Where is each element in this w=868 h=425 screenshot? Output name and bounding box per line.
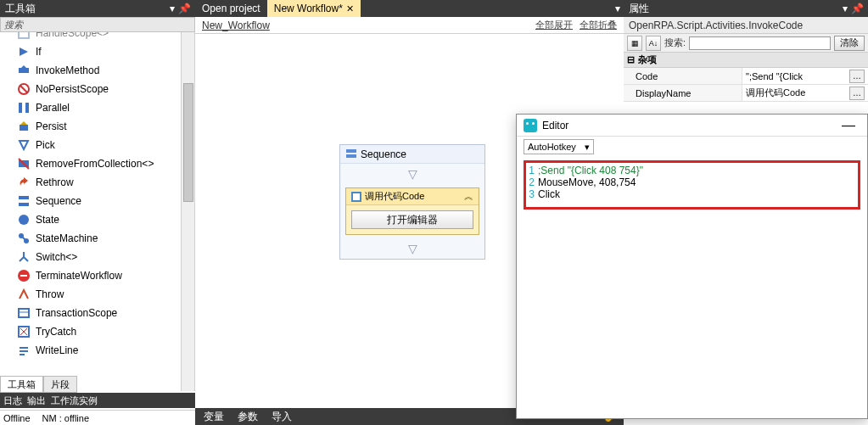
logs-tab-output[interactable]: 输出	[27, 394, 46, 407]
properties-title-bar: 属性 ▾ 📌	[624, 0, 868, 17]
toolbox-item-label: Parallel	[36, 102, 70, 114]
left-bottom-tabs: 工具箱 片段	[0, 376, 195, 393]
code-text: MouseMove, 408,754	[538, 176, 636, 188]
language-combo[interactable]: AutoHotkey ▾	[524, 139, 594, 154]
footer-arguments[interactable]: 参数	[238, 410, 258, 424]
categorize-icon[interactable]: ▦	[627, 36, 642, 51]
breadcrumb[interactable]: New_Workflow	[202, 20, 270, 31]
property-name: Code	[624, 68, 742, 84]
tabs-overflow-icon[interactable]: ▾	[615, 3, 624, 14]
invoke-code-header[interactable]: 调用代码Code ︽	[346, 188, 479, 205]
toolbox-item[interactable]: State	[0, 210, 194, 229]
status-nm: NM : offline	[42, 413, 89, 423]
drop-target-top[interactable]: ▽	[340, 164, 484, 184]
toolbox-item-label: State	[36, 214, 59, 226]
toolbox-item[interactable]: Switch<>	[0, 248, 194, 266]
property-ellipsis-button[interactable]: …	[849, 70, 865, 83]
tab-close-icon[interactable]: ✕	[346, 3, 354, 14]
collapse-all-link[interactable]: 全部折叠	[580, 19, 617, 31]
category-collapse-icon[interactable]: ⊟	[627, 54, 635, 65]
properties-clear-button[interactable]: 清除	[834, 36, 865, 51]
status-offline: Offline	[3, 413, 31, 423]
svg-rect-6	[20, 125, 28, 131]
tab-open-project[interactable]: Open project	[195, 0, 267, 17]
footer-variables[interactable]: 变量	[204, 410, 224, 424]
toolbox-item[interactable]: Sequence	[0, 192, 194, 210]
toolbox-item[interactable]: WriteLine	[0, 341, 194, 360]
toolbox-item[interactable]: NoPersistScope	[0, 80, 194, 98]
property-row[interactable]: Code";Send "{Click…	[624, 68, 868, 85]
tab-snippets[interactable]: 片段	[43, 376, 77, 393]
toolbox-item[interactable]: TransactionScope	[0, 304, 194, 322]
toolbox-item[interactable]: TerminateWorkflow	[0, 266, 194, 285]
svg-rect-20	[20, 347, 28, 349]
toolbox-search-row[interactable]: 搜索	[0, 17, 195, 32]
properties-search-input[interactable]	[689, 36, 831, 50]
toolbox-item[interactable]: RemoveFromCollection<>	[0, 154, 194, 173]
code-editor-window[interactable]: Editor — AutoHotkey ▾ 1;Send "{Click 408…	[516, 114, 868, 419]
activity-icon	[17, 32, 31, 40]
svg-rect-21	[20, 350, 28, 352]
svg-line-3	[20, 86, 27, 92]
toolbox-item[interactable]: HandleScope<>	[0, 32, 194, 42]
property-ellipsis-button[interactable]: …	[849, 87, 865, 100]
property-row[interactable]: DisplayName调用代码Code…	[624, 85, 868, 102]
svg-rect-17	[19, 309, 29, 317]
expand-all-link[interactable]: 全部展开	[535, 19, 573, 31]
editor-title: Editor	[542, 120, 837, 131]
toolbox-scrollbar[interactable]	[181, 32, 194, 391]
toolbox-item[interactable]: TryCatch	[0, 322, 194, 341]
property-value[interactable]: 调用代码Code…	[742, 85, 868, 101]
sequence-activity[interactable]: Sequence ▽ 调用代码Code ︽ 打开编辑器 ▽	[339, 144, 485, 260]
toolbox-item-label: StateMachine	[36, 232, 98, 244]
activity-icon	[17, 45, 31, 59]
properties-category-row[interactable]: ⊟ 杂项	[624, 53, 868, 68]
toolbox-item[interactable]: Throw	[0, 285, 194, 304]
footer-imports[interactable]: 导入	[272, 410, 292, 424]
editor-titlebar[interactable]: Editor —	[517, 115, 867, 137]
collapse-icon[interactable]: ︽	[464, 190, 473, 203]
toolbox-item[interactable]: If	[0, 42, 194, 61]
tab-new-workflow[interactable]: New Workflow* ✕	[267, 0, 361, 17]
sequence-header[interactable]: Sequence	[340, 145, 484, 164]
toolbox-item[interactable]: Rethrow	[0, 173, 194, 192]
toolbox-menu-icon[interactable]: ▾	[166, 3, 178, 14]
editor-toolbar: AutoHotkey ▾	[517, 137, 867, 157]
tab-open-project-label: Open project	[202, 3, 260, 14]
document-tabs: Open project New Workflow* ✕ ▾	[195, 0, 624, 17]
svg-rect-16	[20, 275, 27, 277]
properties-menu-icon[interactable]: ▾	[839, 3, 851, 14]
code-line[interactable]: 3Click	[526, 188, 858, 200]
drop-target-bottom[interactable]: ▽	[340, 238, 484, 259]
pin-icon[interactable]: 📌	[178, 3, 190, 14]
properties-pin-icon[interactable]: 📌	[851, 3, 863, 14]
properties-title: 属性	[629, 2, 649, 16]
activity-icon	[17, 306, 31, 320]
toolbox-scroll-thumb[interactable]	[183, 83, 193, 202]
invoke-code-activity[interactable]: 调用代码Code ︽ 打开编辑器	[345, 187, 479, 235]
sort-az-icon[interactable]: A↓	[646, 36, 661, 51]
activity-icon	[17, 250, 31, 264]
activity-icon	[17, 194, 31, 208]
tab-toolbox[interactable]: 工具箱	[0, 376, 43, 393]
logs-tab-log[interactable]: 日志	[3, 394, 22, 407]
toolbox-item-label: Pick	[36, 139, 55, 151]
toolbox-item[interactable]: Pick	[0, 136, 194, 154]
code-line[interactable]: 2MouseMove, 408,754	[526, 176, 858, 188]
code-line[interactable]: 1;Send "{Click 408 754}"	[526, 165, 858, 176]
editor-minimize-icon[interactable]: —	[837, 118, 860, 133]
toolbox-item[interactable]: StateMachine	[0, 229, 194, 248]
code-editor-area[interactable]: 1;Send "{Click 408 754}"2MouseMove, 408,…	[524, 160, 860, 210]
toolbox-item-label: WriteLine	[36, 344, 78, 356]
toolbox-item[interactable]: Parallel	[0, 98, 194, 117]
toolbox-item[interactable]: Persist	[0, 117, 194, 136]
activity-icon	[17, 176, 31, 189]
code-text: ;Send "{Click 408 754}"	[538, 165, 643, 176]
svg-rect-23	[346, 149, 356, 153]
line-number: 1	[526, 165, 538, 176]
toolbox-item[interactable]: InvokeMethod	[0, 61, 194, 80]
activity-icon	[17, 213, 31, 226]
open-editor-button[interactable]: 打开编辑器	[351, 210, 473, 229]
property-value[interactable]: ";Send "{Click…	[742, 68, 868, 84]
logs-tab-instances[interactable]: 工作流实例	[51, 394, 98, 407]
